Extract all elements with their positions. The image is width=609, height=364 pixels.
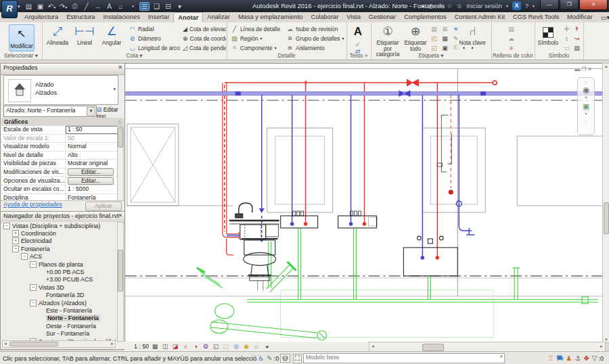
tree-item-este-fontaneria[interactable]: Este - Fontanería <box>1 306 119 314</box>
type-selector[interactable]: Alzado Alzados ▾ <box>3 75 118 105</box>
tree-item-coordinacion[interactable]: +Coordinación <box>1 229 119 237</box>
minimize-button[interactable]: — <box>540 0 559 10</box>
property-row[interactable]: Opciones de visualiza...Editar... <box>1 177 118 186</box>
angular-dimension-button[interactable]: ∠ Angular <box>99 24 125 46</box>
tree-item-acs[interactable]: −ACS <box>1 253 119 260</box>
redo-icon[interactable]: ↷▾ <box>59 3 68 10</box>
pencil-icon[interactable]: ✎ <box>267 355 272 362</box>
crop-view-icon[interactable]: ◱ <box>212 343 220 350</box>
collapse-infocenter-icon[interactable]: ◂ <box>421 3 424 9</box>
tree-item-fontaneria[interactable]: −Fontanería <box>1 245 119 252</box>
properties-header[interactable]: Propiedades ✕ <box>1 64 125 75</box>
zoom-icon[interactable]: ▣ <box>578 102 594 111</box>
apply-button[interactable]: Aplicar <box>85 202 122 211</box>
panel-label-texto[interactable]: Texto » <box>346 52 371 59</box>
aligned-dimension-button[interactable]: ⤢ Alineada <box>45 24 70 46</box>
tab-instalaciones[interactable]: Instalaciones <box>99 12 144 22</box>
detail-group-button[interactable]: ⧈Grupo de detalles ▾ <box>286 34 344 43</box>
tag-all-button[interactable]: ⊕ Etiquetar todo <box>403 24 428 51</box>
help-wheel-icon[interactable]: ♿ <box>258 355 264 362</box>
reveal-hidden-icon[interactable]: ◉ <box>242 343 250 350</box>
text-icon[interactable]: A <box>105 3 114 10</box>
properties-scrollbar[interactable] <box>117 126 124 202</box>
tree-item-pcub-acs[interactable]: +3.00 PCUB ACS <box>1 276 119 283</box>
design-options-combo[interactable]: Modelo base ▾ <box>303 353 505 363</box>
material-tag-icon[interactable]: ⊞ <box>441 26 449 32</box>
span-direction-icon[interactable]: ✛ <box>563 26 570 32</box>
temp-view-props-icon[interactable]: ⌂ <box>252 343 261 350</box>
sign-in-arrow-icon[interactable]: ▾ <box>506 3 508 8</box>
steering-wheel-icon[interactable]: ◉ <box>578 85 594 95</box>
radial-dimension-button[interactable]: ◠Radial <box>129 24 154 33</box>
sign-in-icon[interactable]: ☺ <box>456 3 462 9</box>
drawing-area[interactable]: ▬❐✕ ○ ◉ ▾ ▣ ▾ ○ <box>125 63 603 342</box>
edit-button[interactable]: Editar... <box>68 168 114 176</box>
undo-icon[interactable]: ↶▾ <box>47 3 56 10</box>
spot-slope-button[interactable]: ◿Cota de pendiente <box>183 43 226 52</box>
combo-arrow-icon[interactable]: ▾ <box>500 354 503 359</box>
panel-label-seleccionar[interactable]: Seleccionar ▾ <box>0 52 42 59</box>
tree-item-vistas-3d[interactable]: −Vistas 3D <box>1 283 119 291</box>
panel-label-relleno[interactable]: Relleno de color <box>491 52 535 59</box>
tab-arquitectura[interactable]: Arquitectura <box>20 12 62 22</box>
tab-analizar[interactable]: Analizar <box>203 12 234 22</box>
type-selector-arrow-icon[interactable]: ▾ <box>113 87 116 92</box>
tree-item-vistas[interactable]: −Vistas (Disciplina + subdisciplina) <box>1 222 119 229</box>
collapse-icon[interactable]: − <box>30 261 37 268</box>
browser-vscrollbar[interactable] <box>117 222 124 342</box>
tab-masa-emplazamiento[interactable]: Masa y emplazamiento <box>234 12 307 22</box>
multi-tag-icon[interactable]: ▤ <box>430 26 438 32</box>
tab-insertar[interactable]: Insertar <box>144 12 174 22</box>
space-tag-icon[interactable]: ▦ <box>441 35 449 42</box>
open-icon[interactable]: ▤ <box>24 3 33 10</box>
property-row[interactable]: Escala de vista1 : 50 <box>1 126 118 135</box>
analytical-icon[interactable]: ◂ <box>263 343 271 350</box>
view-minimize-icon[interactable]: ▬ <box>574 66 581 72</box>
select-underlay-icon[interactable]: ♟ <box>566 355 572 362</box>
symbol-button[interactable]: Símbolo <box>536 24 560 46</box>
collapse-icon[interactable]: − <box>21 253 28 260</box>
tab-anotar[interactable]: Anotar <box>173 12 203 22</box>
collapse-icon[interactable]: − <box>30 300 37 306</box>
exchange-apps-icon[interactable]: X <box>512 1 521 10</box>
tree-item-alzados[interactable]: −Alzados (Alzados) <box>1 299 119 306</box>
navbar-arrow2-icon[interactable]: ▾ <box>578 111 594 116</box>
tab-content-admin-kit[interactable]: Content Admin Kit <box>451 12 509 22</box>
rendering-icon[interactable]: ❂ <box>202 343 210 350</box>
detail-line-button[interactable]: ╱Línea de detalle <box>231 24 280 33</box>
tread-number-icon[interactable]: ◱ <box>430 45 438 51</box>
detail-level-icon[interactable]: ◫ <box>161 343 169 350</box>
span-symbol-icon[interactable]: ↕ <box>563 35 570 42</box>
view-close-icon[interactable]: ✕ <box>587 66 593 72</box>
temp-hide-icon[interactable]: ◎ <box>232 343 240 350</box>
customize-qat-icon[interactable]: ▾ <box>175 3 184 10</box>
shadows-icon[interactable]: ◑ <box>191 343 200 350</box>
property-row[interactable]: Visibilidad de piezasMostrar original <box>1 160 118 168</box>
drag-select-icon[interactable]: ✥ <box>583 355 589 362</box>
panel-label-etiqueta[interactable]: Etiqueta ▾ <box>371 52 491 59</box>
property-row[interactable]: Nivel de detalleAlto <box>1 152 118 160</box>
crop-region-icon[interactable]: ⬚ <box>222 343 230 350</box>
view-selector-arrow-icon[interactable]: ▼ <box>87 107 95 116</box>
close-button[interactable]: ✕ <box>579 0 608 10</box>
modify-button[interactable]: ↖ Modificar <box>9 24 35 51</box>
rebar-symbol-icon[interactable]: ⚏ <box>563 45 570 51</box>
view-selector-combo[interactable]: Alzado: Norte - Fontanería ▼ <box>3 106 97 117</box>
beam-annotation-icon[interactable]: ▣ <box>441 45 449 51</box>
aligned-dimension-icon[interactable]: ↔ <box>93 3 102 10</box>
tab-vista[interactable]: Vista <box>342 12 365 22</box>
insulation-button[interactable]: ≋Aislamiento <box>286 43 325 52</box>
color-fill-legend-button[interactable]: ≡ <box>508 43 515 52</box>
help-arrow-icon[interactable]: ▾ <box>533 3 535 8</box>
stair-path-icon[interactable]: ↟ <box>573 26 581 32</box>
tab-gestionar[interactable]: Gestionar <box>365 12 400 22</box>
tab-colaborar[interactable]: Colaborar <box>307 12 342 22</box>
collapse-icon[interactable]: − <box>12 246 19 252</box>
restore-button[interactable]: ❐ <box>560 0 579 10</box>
arc-length-dimension-button[interactable]: ◡Longitud de arco <box>129 43 180 52</box>
canvas-vscrollbar[interactable]: ▲ ▼ <box>602 63 609 343</box>
text-button[interactable]: A <box>346 24 370 40</box>
revision-cloud-button[interactable]: ☁Nube de revisión <box>286 24 338 33</box>
properties-close-icon[interactable]: ✕ <box>118 64 122 70</box>
navbar-arrow-icon[interactable]: ▾ <box>578 95 594 99</box>
